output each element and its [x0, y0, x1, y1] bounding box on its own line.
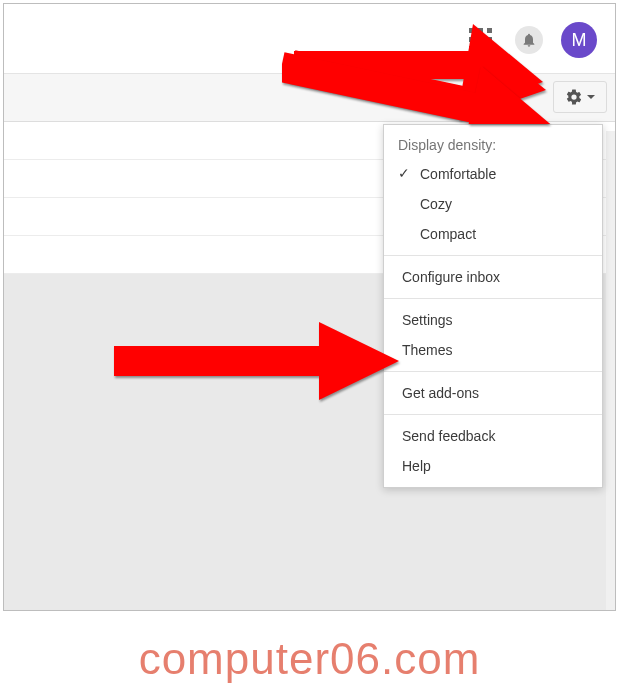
top-bar: M	[4, 4, 615, 74]
menu-item-get-addons[interactable]: Get add-ons	[384, 378, 602, 408]
watermark: computer06.com	[0, 628, 619, 698]
gear-icon	[565, 88, 583, 106]
settings-gear-button[interactable]	[553, 81, 607, 113]
menu-item-settings[interactable]: Settings	[384, 305, 602, 335]
menu-item-comfortable[interactable]: Comfortable	[384, 159, 602, 189]
avatar[interactable]: M	[561, 22, 597, 58]
apps-icon[interactable]	[469, 28, 493, 52]
watermark-text: computer06.com	[139, 634, 481, 683]
menu-item-help[interactable]: Help	[384, 451, 602, 481]
notifications-icon[interactable]	[515, 26, 543, 54]
menu-separator	[384, 298, 602, 299]
app-frame: M Display density: Comfortable Cozy Comp…	[3, 3, 616, 611]
menu-item-compact[interactable]: Compact	[384, 219, 602, 249]
settings-dropdown-menu: Display density: Comfortable Cozy Compac…	[383, 124, 603, 488]
menu-heading-density: Display density:	[384, 133, 602, 159]
menu-item-themes[interactable]: Themes	[384, 335, 602, 365]
menu-item-configure-inbox[interactable]: Configure inbox	[384, 262, 602, 292]
menu-separator	[384, 255, 602, 256]
menu-separator	[384, 414, 602, 415]
avatar-letter: M	[572, 30, 587, 51]
chevron-down-icon	[587, 95, 595, 99]
scrollbar[interactable]	[606, 131, 615, 610]
menu-item-cozy[interactable]: Cozy	[384, 189, 602, 219]
toolbar	[4, 74, 615, 122]
menu-separator	[384, 371, 602, 372]
menu-item-send-feedback[interactable]: Send feedback	[384, 421, 602, 451]
